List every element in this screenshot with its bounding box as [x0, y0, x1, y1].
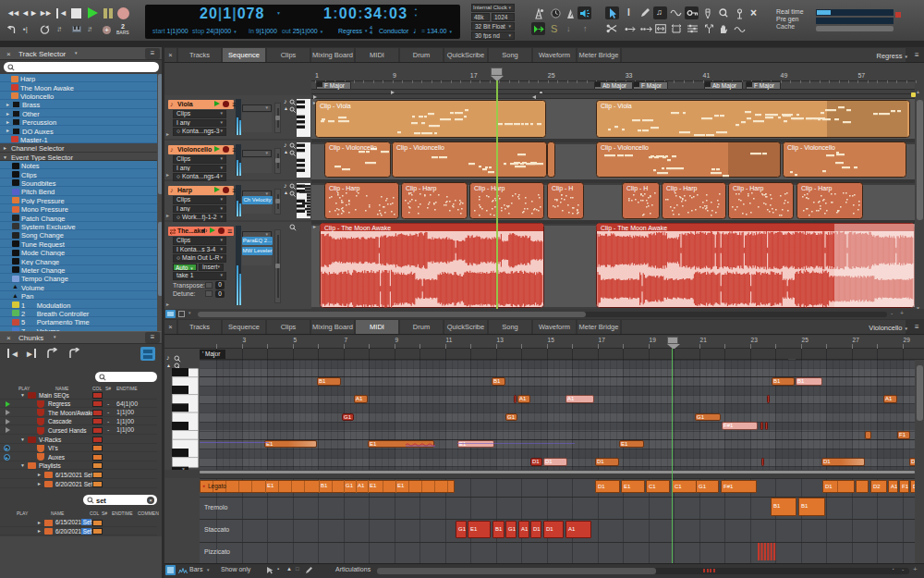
- svg-text:Clip - Violoncello: Clip - Violoncello: [329, 144, 377, 152]
- svg-text:Clip - The Moon Awake: Clip - The Moon Awake: [324, 225, 391, 232]
- svg-text:Clip - Viola: Clip - Viola: [601, 103, 632, 110]
- svg-text:Clip - Violoncello: Clip - Violoncello: [787, 144, 835, 152]
- svg-text:Clip - Harp: Clip - Harp: [406, 185, 437, 192]
- svg-text:Clip - Harp: Clip - Harp: [733, 185, 764, 192]
- svg-text:Clip - H: Clip - H: [626, 185, 648, 192]
- svg-text:Clip - Harp: Clip - Harp: [801, 185, 833, 192]
- svg-text:Clip - H: Clip - H: [552, 185, 573, 192]
- svg-text:Clip - Violoncello: Clip - Violoncello: [601, 144, 649, 152]
- svg-text:Clip - The Moon Awake: Clip - The Moon Awake: [601, 225, 667, 232]
- svg-text:Clip - Harp: Clip - Harp: [474, 185, 505, 192]
- svg-text:Clip - Viola: Clip - Viola: [320, 103, 351, 110]
- svg-text:Clip - Harp: Clip - Harp: [666, 185, 698, 192]
- svg-text:Clip - Violoncello: Clip - Violoncello: [396, 144, 444, 152]
- svg-text:Clip - Harp: Clip - Harp: [329, 185, 360, 192]
